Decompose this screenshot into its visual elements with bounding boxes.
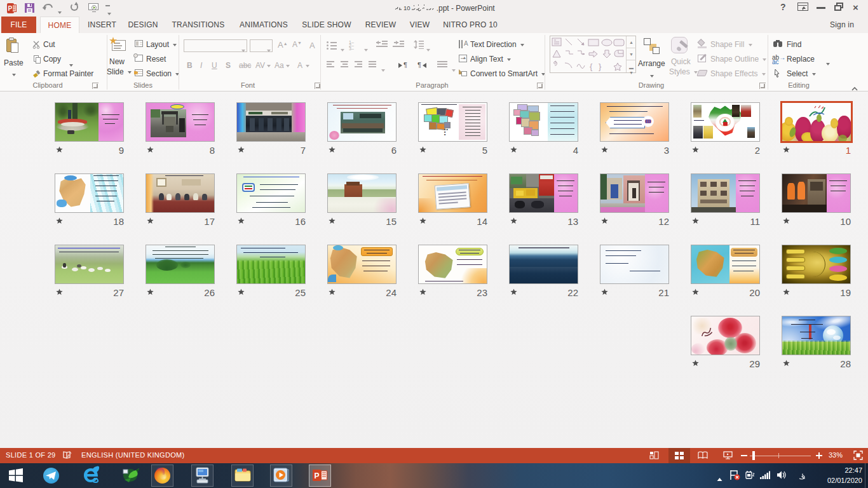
svg-text:10: 10 [403,4,410,11]
svg-text:P: P [315,471,320,480]
svg-text:{: { [590,62,593,71]
svg-text:}: } [599,62,602,71]
